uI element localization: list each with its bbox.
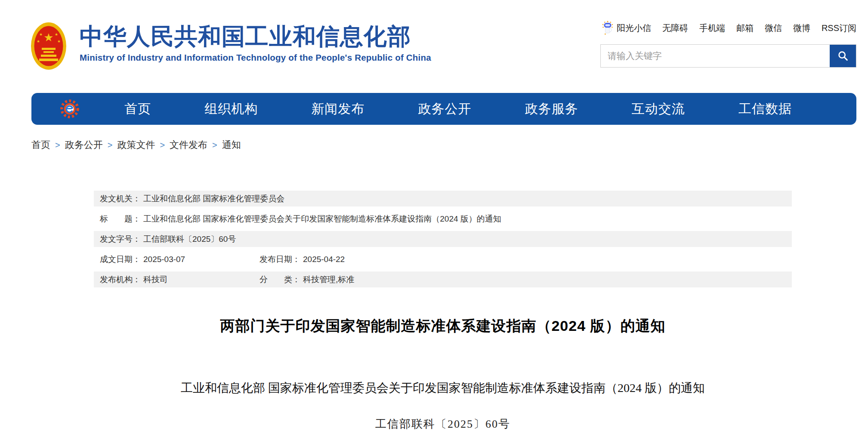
nav-item-home[interactable]: 首页 — [124, 100, 151, 118]
svg-text:★: ★ — [55, 32, 58, 37]
nav-items: 首页 组织机构 新闻发布 政务公开 政务服务 互动交流 工信数据 — [124, 100, 792, 118]
meta-row-doc-number: 发文字号：工信部联科〔2025〕60号 — [94, 231, 792, 247]
article-title: 两部门关于印发国家智能制造标准体系建设指南（2024 版）的通知 — [94, 316, 792, 336]
breadcrumb-separator: > — [212, 140, 217, 150]
svg-text:★: ★ — [57, 39, 61, 43]
search-icon — [837, 50, 849, 62]
nav-item-gov-services[interactable]: 政务服务 — [525, 100, 578, 118]
svg-text:★: ★ — [37, 39, 40, 43]
meta-row-publisher-category: 发布机构：科技司 分 类：科技管理,标准 — [94, 271, 792, 287]
meta-row-title: 标 题：工业和信息化部 国家标准化管理委员会关于印发国家智能制造标准体系建设指南… — [94, 211, 792, 227]
main-nav: 首页 组织机构 新闻发布 政务公开 政务服务 互动交流 工信数据 — [31, 93, 856, 125]
nav-item-gov-disclosure[interactable]: 政务公开 — [418, 100, 471, 118]
breadcrumb-document-release[interactable]: 文件发布 — [170, 139, 207, 151]
breadcrumb-separator: > — [160, 140, 165, 150]
quick-link-weibo[interactable]: 微博 — [793, 22, 810, 34]
breadcrumb-notice[interactable]: 通知 — [222, 139, 241, 151]
article-subtitle: 工业和信息化部 国家标准化管理委员会关于印发国家智能制造标准体系建设指南（202… — [94, 380, 792, 396]
quick-link-accessibility[interactable]: 无障碍 — [662, 22, 688, 34]
site-subtitle: Ministry of Industry and Information Tec… — [80, 52, 431, 63]
svg-text:★: ★ — [39, 32, 43, 37]
breadcrumb-home[interactable]: 首页 — [31, 139, 50, 151]
breadcrumb-policy-documents[interactable]: 政策文件 — [117, 139, 155, 151]
quick-link-mobile[interactable]: 手机端 — [699, 22, 725, 34]
breadcrumb-separator: > — [55, 140, 60, 150]
breadcrumb-separator: > — [108, 140, 113, 150]
meta-row-dates: 成文日期：2025-03-07 发布日期：2025-04-22 — [94, 251, 792, 267]
site-title: 中华人民共和国工业和信息化部 — [80, 24, 431, 49]
article-doc-number: 工信部联科〔2025〕60号 — [94, 416, 792, 432]
national-emblem-icon: ★ ★ ★ ★ ★ — [31, 22, 67, 70]
site-search — [600, 44, 856, 68]
nav-item-organization[interactable]: 组织机构 — [204, 100, 258, 118]
meta-row-issuing-agency: 发文机关：工业和信息化部 国家标准化管理委员会 — [94, 191, 792, 207]
search-input[interactable] — [601, 45, 830, 67]
quick-links-bar: 阳光小信 无障碍 手机端 邮箱 微信 微博 RSS订阅 — [601, 21, 856, 35]
breadcrumb-gov-disclosure[interactable]: 政务公开 — [65, 139, 103, 151]
miit-gear-logo-icon — [58, 97, 81, 120]
quick-link-wechat[interactable]: 微信 — [765, 22, 782, 34]
nav-item-interaction[interactable]: 互动交流 — [632, 100, 685, 118]
site-brand-link[interactable]: 中华人民共和国工业和信息化部 Ministry of Industry and … — [80, 24, 431, 63]
quick-link-sunshine-assistant[interactable]: 阳光小信 — [601, 21, 651, 35]
nav-item-miit-data[interactable]: 工信数据 — [738, 100, 792, 118]
breadcrumb: 首页 > 政务公开 > 政策文件 > 文件发布 > 通知 — [31, 139, 241, 151]
search-button[interactable] — [830, 45, 856, 67]
site-header: ★ ★ ★ ★ ★ 中华人民共和国工业和信息化部 Ministry of Ind… — [0, 0, 868, 93]
svg-text:★: ★ — [43, 31, 53, 44]
quick-link-label: 阳光小信 — [617, 22, 651, 34]
document-content: 发文机关：工业和信息化部 国家标准化管理委员会 标 题：工业和信息化部 国家标准… — [94, 191, 792, 432]
quick-link-mail[interactable]: 邮箱 — [736, 22, 754, 34]
nav-item-news[interactable]: 新闻发布 — [311, 100, 364, 118]
quick-link-rss[interactable]: RSS订阅 — [822, 22, 856, 34]
robot-icon — [601, 21, 614, 35]
